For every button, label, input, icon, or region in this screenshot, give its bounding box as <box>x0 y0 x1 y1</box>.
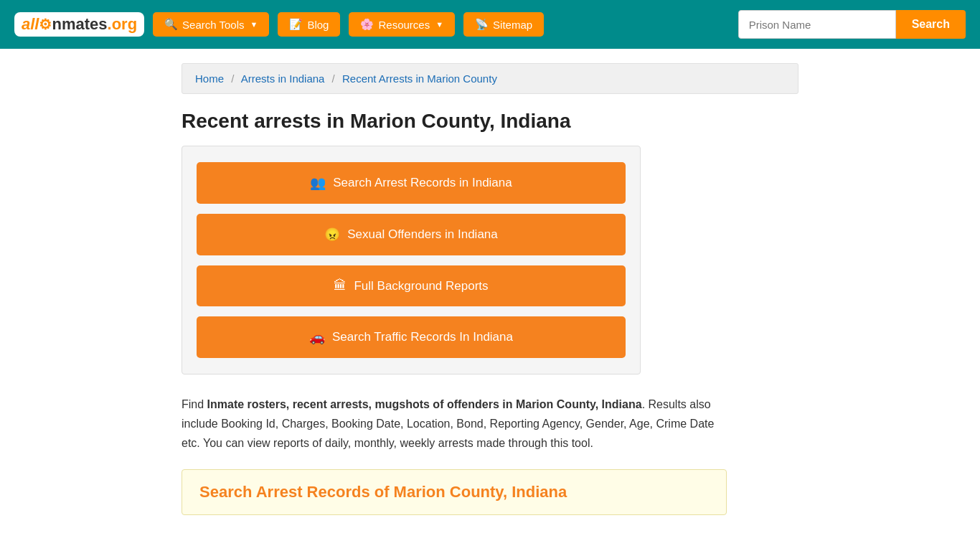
site-logo[interactable]: all⚙nmates.org <box>14 12 144 37</box>
main-content: Home / Arrests in Indiana / Recent Arres… <box>167 49 813 529</box>
people-icon: 👥 <box>310 175 326 191</box>
header: all⚙nmates.org 🔍 Search Tools ▼ 📝 Blog 🌸… <box>0 0 980 49</box>
search-arrest-records-label: Search Arrest Records in Indiana <box>333 176 512 190</box>
car-icon: 🚗 <box>309 329 325 345</box>
resources-arrow-icon: ▼ <box>435 20 443 29</box>
breadcrumb-arrests[interactable]: Arrests in Indiana <box>241 72 325 85</box>
prison-name-input[interactable] <box>738 10 896 39</box>
resources-button[interactable]: 🌸 Resources ▼ <box>349 12 455 37</box>
description-bold: Inmate rosters, recent arrests, mugshots… <box>207 398 642 410</box>
blog-button[interactable]: 📝 Blog <box>278 12 340 37</box>
search-tools-arrow-icon: ▼ <box>250 20 258 29</box>
resources-label: Resources <box>378 19 430 31</box>
traffic-records-label: Search Traffic Records In Indiana <box>332 330 513 344</box>
full-background-reports-label: Full Background Reports <box>354 279 488 293</box>
offender-icon: 😠 <box>324 227 340 242</box>
search-arrest-records-button[interactable]: 👥 Search Arrest Records in Indiana <box>197 162 626 204</box>
breadcrumb: Home / Arrests in Indiana / Recent Arres… <box>182 63 798 94</box>
header-search-label: Search <box>912 18 950 30</box>
action-buttons-box: 👥 Search Arrest Records in Indiana 😠 Sex… <box>182 146 641 375</box>
resources-icon: 🌸 <box>360 18 374 31</box>
sexual-offenders-button[interactable]: 😠 Sexual Offenders in Indiana <box>197 214 626 255</box>
blog-icon: 📝 <box>289 18 303 31</box>
full-background-reports-button[interactable]: 🏛 Full Background Reports <box>197 265 626 306</box>
page-title: Recent arrests in Marion County, Indiana <box>182 110 798 133</box>
building-icon: 🏛 <box>334 278 347 293</box>
sitemap-label: Sitemap <box>493 19 532 31</box>
header-search-button[interactable]: Search <box>896 10 966 39</box>
header-search-bar: Search <box>738 10 966 39</box>
traffic-records-button[interactable]: 🚗 Search Traffic Records In Indiana <box>197 316 626 358</box>
search-tools-label: Search Tools <box>182 19 244 31</box>
sexual-offenders-label: Sexual Offenders in Indiana <box>347 227 498 242</box>
description-prefix: Find <box>182 398 207 410</box>
search-tools-icon: 🔍 <box>164 18 178 31</box>
bottom-search-title: Search Arrest Records of Marion County, … <box>199 483 709 501</box>
breadcrumb-separator-2: / <box>332 72 335 85</box>
sitemap-icon: 📡 <box>475 18 489 31</box>
breadcrumb-separator-1: / <box>231 72 234 85</box>
breadcrumb-current: Recent Arrests in Marion County <box>342 72 497 85</box>
breadcrumb-home[interactable]: Home <box>195 72 224 85</box>
bottom-search-box: Search Arrest Records of Marion County, … <box>182 469 727 515</box>
blog-label: Blog <box>307 19 329 31</box>
sitemap-button[interactable]: 📡 Sitemap <box>463 12 544 37</box>
description-text: Find Inmate rosters, recent arrests, mug… <box>182 395 727 453</box>
search-tools-button[interactable]: 🔍 Search Tools ▼ <box>153 12 269 37</box>
